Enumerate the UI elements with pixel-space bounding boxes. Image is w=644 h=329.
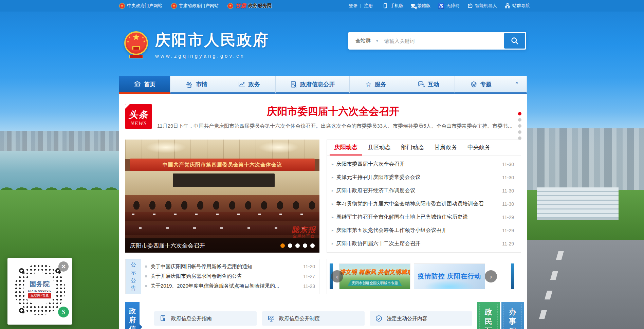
carousel-dot[interactable] bbox=[280, 243, 285, 248]
lake bbox=[0, 151, 119, 191]
link-central-gov[interactable]: ★ 中央政府门户网站 bbox=[119, 3, 162, 9]
notice-item[interactable]: 关于2019、2020年度电信普遍服务试点项目初验结果的... 11-23 bbox=[145, 283, 315, 289]
news-item[interactable]: ▸ 黄泽元主持召开庆阳市委常委会会议 11-30 bbox=[332, 174, 516, 181]
news-tab-departments[interactable]: 部门动态 bbox=[401, 143, 424, 155]
ceiling-light bbox=[146, 142, 186, 153]
badge-text: 头条 bbox=[125, 109, 152, 121]
tab-info-disclosure[interactable]: 政府信息公开 bbox=[276, 76, 350, 94]
nav-collapse-button[interactable]: ⌃ bbox=[507, 76, 527, 94]
emblem-icon: ★ bbox=[227, 3, 233, 9]
search-scope-dropdown[interactable]: 全站群 ▼ bbox=[349, 38, 384, 44]
carousel-dots bbox=[280, 243, 315, 248]
tab-city-overview[interactable]: 市情 bbox=[170, 76, 223, 94]
mobile-version-link[interactable]: 手机版 bbox=[382, 3, 403, 9]
login-link[interactable]: 登录 bbox=[349, 3, 357, 9]
arrow-bullet-icon: ▸ bbox=[332, 162, 334, 166]
news-item[interactable]: ▸ 庆阳市委四届十六次全会召开 11-30 bbox=[332, 161, 516, 168]
banner-next-arrow[interactable]: › bbox=[485, 270, 497, 282]
carousel-caption[interactable]: 庆阳市委四届十六次全会召开 bbox=[130, 242, 280, 250]
guide-document-icon bbox=[160, 315, 167, 322]
accessibility-link[interactable]: ♿ 无障碍 bbox=[438, 3, 460, 9]
news-tab-gansu[interactable]: 甘肃政务 bbox=[434, 143, 457, 155]
tool-label: 繁體版 bbox=[417, 3, 430, 9]
press-watermark: 陇东报 全媒体平台 bbox=[292, 226, 316, 238]
tool-label: 手机版 bbox=[390, 3, 403, 9]
tab-home[interactable]: 首页 bbox=[119, 76, 170, 94]
pager-dot[interactable] bbox=[518, 130, 521, 134]
carousel-caption-bar: 庆阳市委四届十六次全会召开 bbox=[125, 238, 319, 253]
smart-robot-link[interactable]: 智能机器人 bbox=[467, 3, 497, 9]
papers-on-table bbox=[132, 214, 313, 215]
qr-center-label: 国务院 STATE COUNCIL 互联网+督查 bbox=[23, 273, 56, 305]
headline-section: 头条 NEWS 庆阳市委四届十六次全会召开 11月29日下午，中国共产党庆阳市第… bbox=[125, 104, 521, 134]
online-services-block[interactable]: 办事服务 bbox=[501, 302, 524, 329]
tab-interaction[interactable]: 互动 bbox=[402, 76, 455, 94]
notice-item[interactable]: 关于开展庆阳市购房需求问卷调查的公告 11-27 bbox=[145, 273, 315, 279]
arrow-bullet-icon: ▸ bbox=[332, 188, 334, 193]
headline-news-badge[interactable]: 头条 NEWS bbox=[125, 104, 152, 129]
tab-special-topics[interactable]: 专题 bbox=[455, 76, 507, 94]
info-disclosure-system-link[interactable]: 政府信息公开制度 bbox=[262, 311, 365, 326]
pager-dot[interactable] bbox=[518, 118, 521, 122]
link-gansu-gov[interactable]: ★ 甘肃省政府门户网站 bbox=[171, 3, 219, 9]
search-button[interactable] bbox=[504, 33, 525, 49]
arrow-bullet-icon: ▸ bbox=[332, 202, 334, 206]
chart-board-icon bbox=[268, 315, 275, 322]
carousel-dot[interactable] bbox=[303, 243, 307, 248]
news-item[interactable]: ▸ 庆阳市第五次党代会筹备工作领导小组会议召开 11-29 bbox=[332, 227, 516, 234]
banner-prev-arrow[interactable]: ‹ bbox=[331, 270, 343, 282]
square-bullet-icon bbox=[145, 285, 147, 287]
tab-services[interactable]: ☆ 服务 bbox=[350, 76, 402, 94]
civilized-city-banner[interactable]: 讲文明 树新风 共创文明城市 庆阳市创建全国文明城市专题 bbox=[339, 263, 410, 289]
carousel-dot[interactable] bbox=[288, 243, 292, 248]
traditional-chinese-link[interactable]: 繁简 繁體版 bbox=[411, 3, 430, 9]
carousel-dot[interactable] bbox=[295, 243, 300, 248]
search-input[interactable] bbox=[384, 38, 504, 44]
news-tab-counties[interactable]: 县区动态 bbox=[368, 143, 391, 155]
search-scope-label: 全站群 bbox=[355, 38, 371, 44]
chevron-up-icon: ⌃ bbox=[515, 81, 519, 87]
square-bullet-icon bbox=[145, 275, 147, 277]
news-item[interactable]: ▸ 庆阳市政协四届六十二次主席会召开 11-29 bbox=[332, 240, 516, 247]
notice-item[interactable]: 关于中国庆阳网旧帐号停用新帐号启用的通知 11-20 bbox=[145, 263, 315, 270]
headline-summary: 11月29日下午，中国共产党庆阳市第四届委员会第十六次全体会议召开。出席这次全会… bbox=[157, 123, 514, 129]
banner-edge-sliver bbox=[511, 263, 514, 289]
info-disclosure-ribbon[interactable]: 政府信息公开 bbox=[125, 302, 140, 329]
register-link[interactable]: 注册 bbox=[364, 3, 373, 9]
citizen-interaction-block[interactable]: 政民互动 bbox=[477, 302, 500, 329]
photo-carousel[interactable]: 中国共产党庆阳市第四届委员会第十六次全体会议 陇东报 全媒体平台 庆阳市委四届十… bbox=[125, 140, 319, 253]
site-title: 庆阳市人民政府 bbox=[155, 30, 269, 50]
pager-dot[interactable] bbox=[518, 124, 521, 128]
headline-title[interactable]: 庆阳市委四届十六次全会召开 bbox=[156, 105, 511, 118]
info-disclosure-guide-link[interactable]: 政府信息公开指南 bbox=[154, 311, 257, 326]
link-gansu-service-portal[interactable]: ★ 甘肃 政务服务网 bbox=[227, 2, 272, 10]
news-tab-qingyang[interactable]: 庆阳动态 bbox=[334, 143, 357, 155]
site-brand[interactable]: ★ ★ ★ ★ ★ 庆阳市人民政府 www.zgqingyang.gov.cn bbox=[123, 30, 269, 59]
arrow-bullet-icon: ▸ bbox=[332, 241, 334, 246]
tab-label: 首页 bbox=[144, 80, 155, 88]
site-group-nav-link[interactable]: 站群导航 bbox=[504, 3, 530, 9]
news-item[interactable]: ▸ 庆阳市政府召开经济工作调度会议 11-30 bbox=[332, 187, 516, 194]
link-label: 中央政府门户网站 bbox=[127, 3, 162, 9]
news-list: ▸ 庆阳市委四届十六次全会召开 11-30 ▸ 黄泽元主持召开庆阳市委常委会会议… bbox=[332, 158, 516, 250]
news-item[interactable]: ▸ 周继军主持召开全市化解国有土地上已售城镇住宅历史遗 11-29 bbox=[332, 214, 516, 221]
conference-table-front bbox=[125, 225, 319, 235]
promo-banner-carousel: ‹ 讲文明 树新风 共创文明城市 庆阳市创建全国文明城市专题 疫情防控 庆阳在行… bbox=[327, 259, 521, 294]
news-item[interactable]: ▸ 学习贯彻党的十九届六中全会精神庆阳市委宣讲团动员培训会召 11-30 bbox=[332, 200, 516, 207]
phone-icon bbox=[382, 3, 388, 9]
news-tab-central[interactable]: 中央政务 bbox=[467, 143, 491, 155]
sitemap-icon bbox=[504, 3, 510, 9]
carousel-dot[interactable] bbox=[310, 243, 315, 248]
home-icon bbox=[134, 81, 141, 88]
top-utility-bar: ★ 中央政府门户网站 ★ 甘肃省政府门户网站 ★ 甘肃 政务服务网 登录 | 注… bbox=[0, 0, 644, 12]
tab-label: 服务 bbox=[375, 80, 386, 88]
epidemic-prevention-banner[interactable]: 疫情防控 庆阳在行动 bbox=[414, 263, 485, 289]
main-navigation: 首页 市情 政务 政府信息公开 ☆ 服务 互 bbox=[119, 76, 527, 94]
search-icon bbox=[510, 36, 519, 45]
city-buildings bbox=[527, 128, 644, 191]
close-icon[interactable]: ✕ bbox=[58, 261, 69, 272]
tab-government-affairs[interactable]: 政务 bbox=[223, 76, 276, 94]
emblem-icon: ★ bbox=[171, 3, 177, 9]
legal-disclosure-content-link[interactable]: 法定主动公开内容 bbox=[370, 311, 472, 326]
pager-dot[interactable] bbox=[518, 112, 521, 115]
